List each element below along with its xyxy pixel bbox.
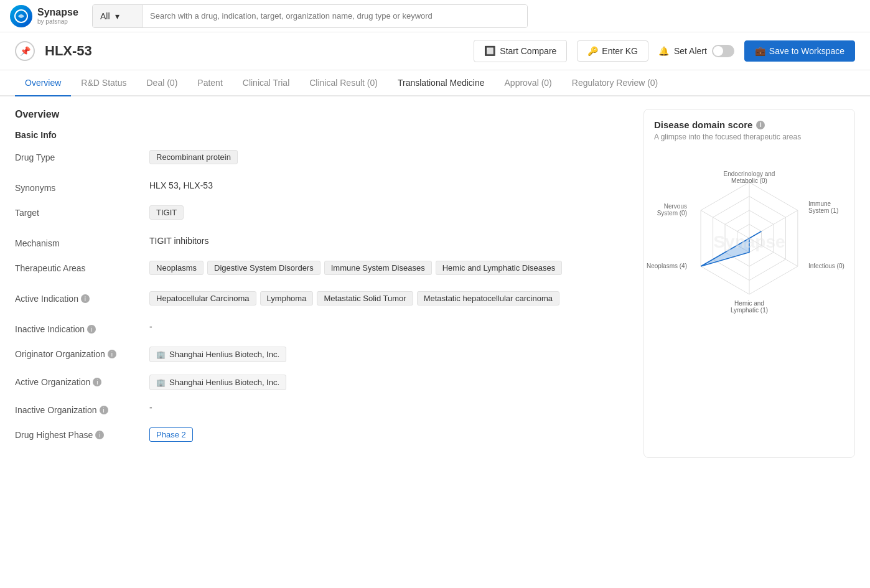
score-title: Disease domain score i (654, 119, 844, 130)
tag-neoplasms: Neoplasms (149, 261, 203, 275)
inactive-org-row: Inactive Organization i - (15, 403, 629, 415)
tag-lymphoma: Lymphoma (260, 291, 314, 306)
enter-kg-button[interactable]: 🔑 Enter KG (577, 40, 648, 62)
nav-tabs: Overview R&D Status Deal (0) Patent Clin… (0, 70, 870, 96)
drug-title: HLX-53 (45, 43, 92, 59)
search-category-label: All (100, 11, 110, 21)
svg-text:Endocrinology and: Endocrinology and (724, 170, 775, 177)
compare-button[interactable]: 🔲 Start Compare (474, 40, 567, 62)
search-category-dropdown[interactable]: All ▾ (93, 5, 143, 27)
active-org-icon: 🏢 (156, 378, 166, 387)
tab-regulatory-review[interactable]: Regulatory Review (0) (562, 70, 668, 96)
logo-sub: by patsnap (37, 18, 78, 25)
tab-patent[interactable]: Patent (187, 70, 232, 96)
active-org-tag: 🏢 Shanghai Henlius Biotech, Inc. (149, 375, 286, 390)
active-indication-value: Hepatocellular Carcinoma Lymphoma Metast… (149, 291, 629, 309)
svg-text:Lymphatic (1): Lymphatic (1) (731, 307, 768, 314)
tab-approval[interactable]: Approval (0) (495, 70, 562, 96)
drug-icon: 📌 (15, 41, 35, 61)
svg-text:Immune: Immune (808, 200, 831, 207)
drug-actions: 🔲 Start Compare 🔑 Enter KG 🔔 Set Alert 💼… (474, 40, 855, 62)
svg-text:System (1): System (1) (808, 207, 838, 214)
svg-text:Nervous: Nervous (664, 203, 687, 210)
save-workspace-button[interactable]: 💼 Save to Workspace (744, 40, 855, 62)
highest-phase-label: Drug Highest Phase i (15, 427, 139, 440)
active-org-row: Active Organization i 🏢 Shanghai Henlius… (15, 375, 629, 390)
inactive-org-value: - (149, 403, 629, 413)
tab-clinical-result[interactable]: Clinical Result (0) (299, 70, 388, 96)
workspace-label: Save to Workspace (769, 46, 844, 56)
tab-clinical-trial[interactable]: Clinical Trial (233, 70, 299, 96)
logo-name: Synapse (37, 7, 78, 18)
active-indication-row: Active Indication i Hepatocellular Carci… (15, 291, 629, 309)
tag-digestive: Digestive System Disorders (207, 261, 320, 275)
drug-type-tag: Recombinant protein (149, 150, 238, 164)
originator-org-name: Shanghai Henlius Biotech, Inc. (169, 350, 279, 359)
tab-overview[interactable]: Overview (15, 70, 71, 96)
active-org-info-icon[interactable]: i (93, 378, 101, 386)
score-info-icon[interactable]: i (756, 121, 765, 129)
set-alert-group: 🔔 Set Alert (658, 45, 734, 57)
target-tag: TIGIT (149, 205, 184, 220)
mechanism-row: Mechanism TIGIT inhibitors (15, 236, 629, 248)
svg-text:Infectious (0): Infectious (0) (808, 263, 844, 269)
basic-info-title: Basic Info (15, 130, 629, 140)
drug-type-row: Drug Type Recombinant protein (15, 150, 629, 168)
tag-hemic: Hemic and Lymphatic Diseases (436, 261, 563, 275)
score-subtitle: A glimpse into the focused therapeutic a… (654, 133, 844, 141)
radar-svg: Endocrinology and Metabolic (0) Immune S… (656, 157, 843, 319)
mechanism-label: Mechanism (15, 236, 139, 248)
kg-label: Enter KG (602, 46, 638, 56)
watermark: Synapse (713, 232, 785, 251)
compare-label: Start Compare (500, 46, 556, 56)
inactive-indication-row: Inactive Indication i - (15, 322, 629, 334)
mechanism-value: TIGIT inhibitors (149, 236, 629, 246)
originator-org-label: Originator Organization i (15, 347, 139, 359)
logo-icon (10, 5, 32, 27)
alert-toggle[interactable] (712, 45, 734, 57)
kg-icon: 🔑 (587, 46, 598, 56)
highest-phase-row: Drug Highest Phase i Phase 2 (15, 427, 629, 446)
tab-deal[interactable]: Deal (0) (137, 70, 188, 96)
logo: Synapse by patsnap (10, 5, 85, 27)
set-alert-label: Set Alert (674, 46, 707, 56)
svg-text:Metabolic (0): Metabolic (0) (731, 177, 767, 184)
inactive-org-info-icon[interactable]: i (100, 406, 108, 414)
tab-translational-medicine[interactable]: Translational Medicine (388, 70, 495, 96)
originator-org-row: Originator Organization i 🏢 Shanghai Hen… (15, 347, 629, 362)
inactive-org-label: Inactive Organization i (15, 403, 139, 415)
org-icon: 🏢 (156, 350, 166, 359)
svg-text:Hemic and: Hemic and (734, 300, 764, 307)
drug-type-value: Recombinant protein (149, 150, 629, 168)
target-value: TIGIT (149, 205, 629, 223)
tag-metastatic-hcc: Metastatic hepatocellular carcinoma (417, 291, 559, 306)
search-area: All ▾ (92, 4, 528, 28)
disease-domain-card: Disease domain score i A glimpse into th… (643, 109, 855, 458)
chevron-down-icon: ▾ (115, 11, 119, 21)
alert-icon: 🔔 (658, 46, 669, 56)
originator-info-icon[interactable]: i (108, 350, 116, 358)
header: Synapse by patsnap All ▾ (0, 0, 870, 32)
synonyms-value: HLX 53, HLX-53 (149, 180, 629, 190)
tag-metastatic-solid: Metastatic Solid Tumor (317, 291, 413, 306)
originator-org-value: 🏢 Shanghai Henlius Biotech, Inc. (149, 347, 629, 362)
tab-rd-status[interactable]: R&D Status (71, 70, 136, 96)
compare-icon: 🔲 (484, 45, 496, 57)
drug-header: 📌 HLX-53 🔲 Start Compare 🔑 Enter KG 🔔 Se… (0, 32, 870, 70)
target-label: Target (15, 205, 139, 218)
active-org-value: 🏢 Shanghai Henlius Biotech, Inc. (149, 375, 629, 390)
tag-immune: Immune System Diseases (324, 261, 432, 275)
inactive-indication-info-icon[interactable]: i (87, 325, 96, 334)
search-input[interactable] (143, 5, 527, 27)
svg-text:System (0): System (0) (657, 210, 687, 217)
originator-org-tag: 🏢 Shanghai Henlius Biotech, Inc. (149, 347, 286, 362)
toggle-knob (713, 46, 723, 56)
active-org-label: Active Organization i (15, 375, 139, 387)
main-content: Overview Basic Info Drug Type Recombinan… (0, 96, 870, 470)
active-indication-info-icon[interactable]: i (81, 294, 90, 303)
highest-phase-info-icon[interactable]: i (95, 431, 104, 439)
target-row: Target TIGIT (15, 205, 629, 223)
therapeutic-areas-value: Neoplasms Digestive System Disorders Imm… (149, 261, 629, 279)
overview-title: Overview (15, 109, 629, 120)
therapeutic-areas-label: Therapeutic Areas (15, 261, 139, 273)
